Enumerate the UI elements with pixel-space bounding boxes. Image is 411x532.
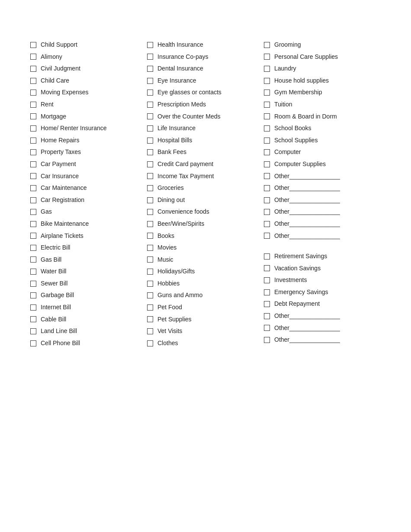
checkbox-icon[interactable] [264,265,270,271]
checkbox-icon[interactable] [30,125,36,131]
checkbox-icon[interactable] [264,54,270,60]
checkbox-icon[interactable] [147,340,153,346]
checkbox-icon[interactable] [264,173,270,179]
list-item[interactable]: Over the Counter Meds [147,111,264,123]
checkbox-icon[interactable] [147,173,153,179]
list-item[interactable]: Rent [30,99,147,111]
list-item[interactable]: Child Support [30,39,147,51]
checkbox-icon[interactable] [147,281,153,287]
checkbox-icon[interactable] [30,173,36,179]
checkbox-icon[interactable] [147,66,153,72]
checkbox-icon[interactable] [30,161,36,167]
checkbox-icon[interactable] [30,256,36,263]
checkbox-icon[interactable] [147,78,153,84]
checkbox-icon[interactable] [264,102,270,108]
list-item[interactable]: Movies [147,242,264,254]
list-item[interactable]: Credit Card payment [147,158,264,170]
checkbox-icon[interactable] [264,253,270,260]
checkbox-icon[interactable] [264,66,270,72]
list-item[interactable]: Internet Bill [30,301,147,314]
list-item[interactable]: Computer Supplies [264,158,381,170]
list-item[interactable]: Pet Food [147,301,264,314]
list-item[interactable]: Beer/Wine/Spirits [147,218,264,230]
checkbox-icon[interactable] [264,161,270,167]
list-item[interactable]: Other_______________ [264,334,381,346]
checkbox-icon[interactable] [30,233,36,239]
checkbox-icon[interactable] [30,66,36,72]
checkbox-icon[interactable] [147,102,153,108]
checkbox-icon[interactable] [147,161,153,167]
checkbox-icon[interactable] [264,277,270,283]
list-item[interactable]: Income Tax Payment [147,170,264,183]
list-item[interactable]: Other_______________ [264,218,381,230]
list-item[interactable]: Grooming [264,39,381,51]
list-item[interactable]: Child Care [30,75,147,87]
checkbox-icon[interactable] [147,113,153,119]
list-item[interactable]: Tuition [264,99,381,111]
list-item[interactable]: Cell Phone Bill [30,337,147,349]
checkbox-icon[interactable] [264,125,270,131]
list-item[interactable]: Other_______________ [264,170,381,183]
checkbox-icon[interactable] [147,292,153,298]
list-item[interactable]: Gas Bill [30,254,147,266]
checkbox-icon[interactable] [147,54,153,60]
list-item[interactable]: Mortgage [30,111,147,123]
list-item[interactable]: Guns and Ammo [147,289,264,301]
list-item[interactable]: Eye glasses or contacts [147,87,264,99]
checkbox-icon[interactable] [30,185,36,191]
checkbox-icon[interactable] [147,269,153,275]
list-item[interactable]: Moving Expenses [30,87,147,99]
checkbox-icon[interactable] [264,337,270,343]
checkbox-icon[interactable] [30,113,36,119]
checkbox-icon[interactable] [30,78,36,84]
list-item[interactable]: Land Line Bill [30,325,147,337]
checkbox-icon[interactable] [147,221,153,227]
list-item[interactable]: Car Payment [30,158,147,170]
checkbox-icon[interactable] [264,185,270,191]
list-item[interactable]: Other_______________ [264,322,381,334]
list-item[interactable]: Car Registration [30,194,147,206]
list-item[interactable]: Garbage Bill [30,289,147,301]
list-item[interactable]: Bank Fees [147,146,264,158]
list-item[interactable]: Car Insurance [30,170,147,183]
checkbox-icon[interactable] [147,256,153,263]
list-item[interactable]: Bike Maintenance [30,218,147,230]
list-item[interactable]: Retirement Savings [264,250,381,263]
list-item[interactable]: Civil Judgment [30,63,147,75]
list-item[interactable]: Dining out [147,194,264,206]
list-item[interactable]: Hospital Bills [147,135,264,147]
checkbox-icon[interactable] [30,340,36,346]
checkbox-icon[interactable] [264,42,270,48]
checkbox-icon[interactable] [264,233,270,239]
list-item[interactable]: Property Taxes [30,146,147,158]
checkbox-icon[interactable] [147,245,153,251]
checkbox-icon[interactable] [264,209,270,215]
checkbox-icon[interactable] [147,197,153,203]
checkbox-icon[interactable] [147,42,153,48]
checkbox-icon[interactable] [30,316,36,322]
checkbox-icon[interactable] [147,233,153,239]
list-item[interactable]: Health Insurance [147,39,264,51]
list-item[interactable]: Debt Repayment [264,298,381,310]
checkbox-icon[interactable] [30,281,36,287]
list-item[interactable]: Music [147,254,264,266]
checkbox-icon[interactable] [30,304,36,311]
checkbox-icon[interactable] [264,149,270,155]
checkbox-icon[interactable] [30,209,36,215]
checkbox-icon[interactable] [264,221,270,227]
list-item[interactable]: Books [147,230,264,242]
list-item[interactable]: Eye Insurance [147,75,264,87]
list-item[interactable]: Dental Insurance [147,63,264,75]
list-item[interactable]: House hold supplies [264,75,381,87]
list-item[interactable]: Other_______________ [264,206,381,218]
checkbox-icon[interactable] [147,125,153,131]
checkbox-icon[interactable] [30,292,36,298]
checkbox-icon[interactable] [30,197,36,203]
list-item[interactable]: Clothes [147,337,264,349]
checkbox-icon[interactable] [147,304,153,311]
list-item[interactable]: Vet Visits [147,325,264,337]
list-item[interactable]: Alimony [30,51,147,63]
checkbox-icon[interactable] [264,113,270,119]
checkbox-icon[interactable] [147,185,153,191]
checkbox-icon[interactable] [30,328,36,334]
